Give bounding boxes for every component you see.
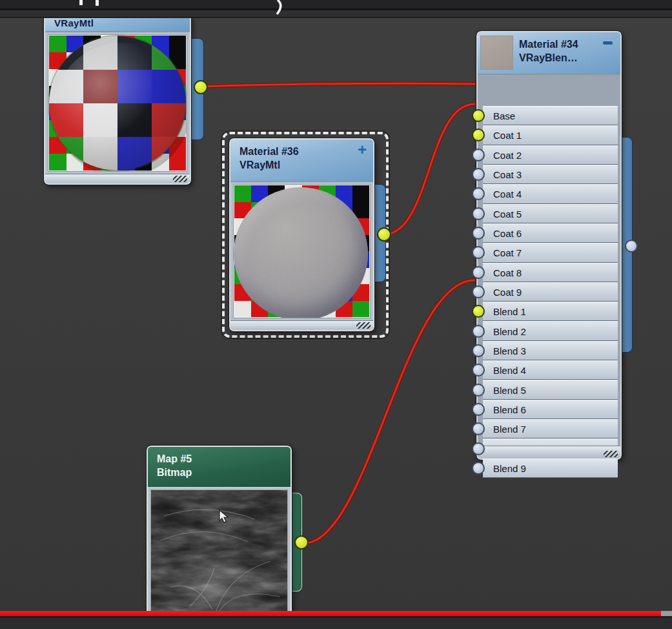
checker-cell (234, 301, 251, 318)
input-socket[interactable] (472, 109, 485, 122)
slot-blend-9[interactable]: Blend 9 (483, 459, 618, 478)
top-bar (0, 0, 672, 8)
slot-coat-3[interactable]: Coat 3 (483, 165, 618, 184)
slot-label: Blend 2 (493, 325, 526, 336)
node-title: Material #36 (239, 146, 299, 157)
slot-coat-1[interactable]: Coat 1 (483, 125, 618, 145)
slot-blend-6[interactable]: Blend 6 (483, 400, 618, 419)
input-socket[interactable] (472, 129, 485, 141)
slot-blend-5[interactable]: Blend 5 (483, 380, 618, 399)
slot-blend-2[interactable]: Blend 2 (483, 321, 618, 340)
bottom-bar (0, 616, 672, 629)
slot-coat-8[interactable]: Coat 8 (483, 263, 618, 282)
slot-label: Coat 5 (493, 208, 522, 219)
node-header[interactable]: Material #36 VRayMtl + (230, 139, 373, 182)
slot-label: Coat 9 (493, 286, 522, 297)
output-socket-map5[interactable] (294, 535, 309, 550)
node-subtitle: VRayBlen… (519, 51, 620, 65)
wire-base[interactable] (201, 83, 475, 87)
input-socket[interactable] (472, 442, 485, 455)
input-socket[interactable] (472, 462, 485, 475)
node-title: Map #5 (157, 453, 192, 464)
slot-label: Coat 7 (493, 247, 522, 258)
slot-coat-5[interactable]: Coat 5 (483, 204, 618, 223)
slot-label: Blend 4 (493, 365, 526, 376)
slot-label: Blend 7 (493, 424, 526, 435)
output-socket-material34[interactable] (625, 240, 638, 253)
input-socket[interactable] (472, 227, 485, 240)
material-thumbnail (480, 36, 513, 70)
input-socket[interactable] (472, 325, 485, 338)
slot-base[interactable]: Base (483, 106, 618, 125)
node-material36[interactable]: Material #36 VRayMtl + (229, 138, 374, 331)
node-vraymtl[interactable]: VRayMtl (44, 14, 191, 185)
expand-icon[interactable]: + (358, 143, 367, 156)
slot-label: Coat 6 (493, 228, 522, 239)
collapse-icon[interactable] (603, 41, 613, 45)
bitmap-preview (150, 490, 288, 617)
slot-coat-2[interactable]: Coat 2 (483, 145, 618, 165)
node-title: Material #34 (519, 39, 578, 50)
input-socket[interactable] (472, 149, 485, 161)
node-map5[interactable]: Map #5 Bitmap (147, 446, 292, 619)
checker-cell (352, 185, 369, 202)
input-socket[interactable] (472, 285, 485, 298)
slot-list: BaseCoat 1Coat 2Coat 3Coat 4Coat 5Coat 6… (483, 106, 618, 478)
material-preview (233, 184, 371, 318)
slot-blend-7[interactable]: Blend 7 (483, 419, 618, 438)
output-socket-material36[interactable] (377, 227, 391, 242)
input-socket[interactable] (472, 246, 485, 259)
progress-remaining (661, 611, 672, 616)
input-socket[interactable] (472, 187, 485, 200)
slot-blend-1[interactable]: Blend 1 (483, 302, 618, 321)
slot-label: Blend 6 (493, 404, 526, 415)
wire-coat1[interactable] (384, 104, 475, 234)
clipped-text-fragment (96, 0, 99, 6)
slot-label: Coat 2 (493, 149, 522, 160)
slot-coat-9[interactable]: Coat 9 (483, 282, 618, 302)
input-socket[interactable] (472, 266, 485, 279)
input-socket[interactable] (472, 403, 485, 416)
node-footer (45, 174, 190, 183)
slot-coat-4[interactable]: Coat 4 (483, 184, 618, 203)
slot-label: Coat 1 (493, 130, 522, 141)
toolbar-band (0, 10, 672, 18)
checker-cell (49, 154, 66, 170)
output-socket-vraymtl[interactable] (194, 80, 208, 94)
checker-cell (49, 36, 66, 52)
node-header[interactable]: Material #34 VRayBlen… (478, 32, 620, 75)
clipped-text-fragment (79, 0, 83, 5)
slot-blend-3[interactable]: Blend 3 (483, 341, 618, 360)
resize-grip-icon[interactable] (604, 451, 618, 457)
slot-blend-4[interactable]: Blend 4 (483, 360, 618, 380)
clipped-text-fragment (275, 0, 288, 15)
material-preview (48, 34, 187, 172)
slot-label: Coat 3 (493, 169, 522, 180)
input-socket[interactable] (472, 422, 485, 435)
input-socket[interactable] (472, 344, 485, 357)
slot-label: Coat 4 (493, 189, 522, 200)
slot-coat-6[interactable]: Coat 6 (483, 223, 618, 243)
input-socket[interactable] (472, 364, 485, 376)
node-header[interactable]: Map #5 Bitmap (148, 447, 290, 488)
slot-label: Base (493, 110, 515, 121)
checker-cell (169, 36, 187, 52)
resize-grip-icon[interactable] (173, 176, 187, 182)
node-footer (230, 320, 373, 330)
slot-label: Blend 3 (493, 345, 526, 356)
slot-coat-7[interactable]: Coat 7 (483, 243, 618, 262)
slate-material-editor-canvas[interactable]: VRayMtl Material #36 VRayMtl + (0, 0, 672, 629)
slot-label: Blend 9 (493, 462, 526, 473)
input-socket[interactable] (472, 384, 485, 397)
progress-filled (0, 611, 661, 616)
node-material34[interactable]: Material #34 VRayBlen… BaseCoat 1Coat 2C… (476, 31, 622, 460)
checker-cell (352, 301, 369, 318)
resize-grip-icon[interactable] (356, 322, 371, 329)
node-footer (478, 446, 620, 459)
slot-label: Blend 5 (493, 384, 526, 395)
input-socket[interactable] (472, 168, 485, 181)
sphere-shading (54, 43, 187, 172)
input-socket[interactable] (472, 305, 485, 318)
input-socket[interactable] (472, 207, 485, 220)
node-title: VRayMtl (54, 17, 94, 28)
